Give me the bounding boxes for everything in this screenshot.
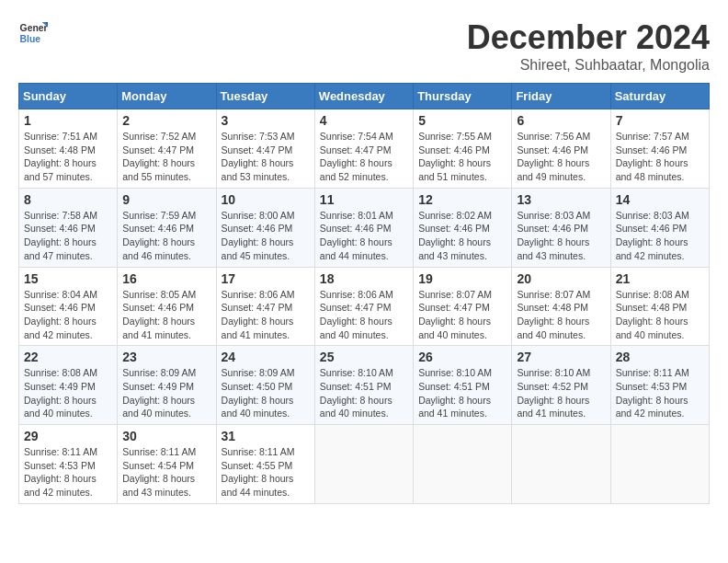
calendar-cell: 31Sunrise: 8:11 AMSunset: 4:55 PMDayligh… xyxy=(216,425,314,504)
calendar-cell: 16Sunrise: 8:05 AMSunset: 4:46 PMDayligh… xyxy=(118,267,216,346)
day-info: Sunrise: 7:53 AMSunset: 4:47 PMDaylight:… xyxy=(222,130,310,184)
day-number: 13 xyxy=(517,192,605,207)
calendar-cell: 26Sunrise: 8:10 AMSunset: 4:51 PMDayligh… xyxy=(414,346,512,425)
day-number: 5 xyxy=(418,113,506,128)
day-info: Sunrise: 7:57 AMSunset: 4:46 PMDaylight:… xyxy=(616,130,704,184)
calendar-cell: 13Sunrise: 8:03 AMSunset: 4:46 PMDayligh… xyxy=(512,188,610,267)
day-info: Sunrise: 8:06 AMSunset: 4:47 PMDaylight:… xyxy=(320,288,408,342)
day-info: Sunrise: 8:04 AMSunset: 4:46 PMDaylight:… xyxy=(24,288,112,342)
title-section: December 2024 Shireet, Suhbaatar, Mongol… xyxy=(467,18,710,74)
calendar-cell: 19Sunrise: 8:07 AMSunset: 4:47 PMDayligh… xyxy=(414,267,512,346)
calendar-cell: 3Sunrise: 7:53 AMSunset: 4:47 PMDaylight… xyxy=(216,109,314,189)
day-number: 23 xyxy=(122,350,210,364)
calendar-cell xyxy=(512,425,610,504)
calendar-cell: 12Sunrise: 8:02 AMSunset: 4:46 PMDayligh… xyxy=(414,188,512,267)
weekday-header-monday: Monday xyxy=(118,84,216,109)
page-header: General Blue December 2024 Shireet, Suhb… xyxy=(18,18,710,74)
day-info: Sunrise: 8:08 AMSunset: 4:48 PMDaylight:… xyxy=(616,288,704,342)
day-info: Sunrise: 7:58 AMSunset: 4:46 PMDaylight:… xyxy=(24,209,112,263)
day-number: 3 xyxy=(222,113,310,128)
day-number: 14 xyxy=(616,192,704,207)
calendar-cell xyxy=(414,425,512,504)
calendar-cell: 6Sunrise: 7:56 AMSunset: 4:46 PMDaylight… xyxy=(512,109,610,189)
day-info: Sunrise: 8:05 AMSunset: 4:46 PMDaylight:… xyxy=(122,288,210,342)
calendar-table: SundayMondayTuesdayWednesdayThursdayFrid… xyxy=(18,83,710,504)
day-info: Sunrise: 8:03 AMSunset: 4:46 PMDaylight:… xyxy=(517,209,605,263)
weekday-header-wednesday: Wednesday xyxy=(314,84,413,109)
day-info: Sunrise: 7:52 AMSunset: 4:47 PMDaylight:… xyxy=(122,130,210,184)
logo: General Blue xyxy=(18,18,48,48)
day-number: 9 xyxy=(122,192,210,207)
calendar-cell: 9Sunrise: 7:59 AMSunset: 4:46 PMDaylight… xyxy=(118,188,216,267)
weekday-header-saturday: Saturday xyxy=(610,84,709,109)
calendar-week-row: 22Sunrise: 8:08 AMSunset: 4:49 PMDayligh… xyxy=(19,346,710,425)
day-info: Sunrise: 8:10 AMSunset: 4:51 PMDaylight:… xyxy=(418,366,506,420)
calendar-cell: 23Sunrise: 8:09 AMSunset: 4:49 PMDayligh… xyxy=(118,346,216,425)
day-info: Sunrise: 8:08 AMSunset: 4:49 PMDaylight:… xyxy=(24,366,112,420)
day-info: Sunrise: 8:06 AMSunset: 4:47 PMDaylight:… xyxy=(222,288,310,342)
day-number: 21 xyxy=(616,271,704,286)
day-number: 31 xyxy=(222,429,310,443)
svg-text:Blue: Blue xyxy=(20,34,41,44)
day-number: 27 xyxy=(517,350,605,364)
calendar-cell: 8Sunrise: 7:58 AMSunset: 4:46 PMDaylight… xyxy=(19,188,118,267)
day-number: 15 xyxy=(24,271,112,286)
calendar-cell: 22Sunrise: 8:08 AMSunset: 4:49 PMDayligh… xyxy=(19,346,118,425)
calendar-cell: 29Sunrise: 8:11 AMSunset: 4:53 PMDayligh… xyxy=(19,425,118,504)
day-info: Sunrise: 7:55 AMSunset: 4:46 PMDaylight:… xyxy=(418,130,506,184)
day-number: 28 xyxy=(616,350,704,364)
day-number: 20 xyxy=(517,271,605,286)
day-number: 11 xyxy=(320,192,408,207)
calendar-cell: 18Sunrise: 8:06 AMSunset: 4:47 PMDayligh… xyxy=(314,267,413,346)
calendar-week-row: 1Sunrise: 7:51 AMSunset: 4:48 PMDaylight… xyxy=(19,109,710,189)
calendar-cell: 1Sunrise: 7:51 AMSunset: 4:48 PMDaylight… xyxy=(19,109,118,189)
day-info: Sunrise: 8:09 AMSunset: 4:50 PMDaylight:… xyxy=(222,366,310,420)
day-number: 29 xyxy=(24,429,112,443)
logo-icon: General Blue xyxy=(18,18,48,48)
day-number: 25 xyxy=(320,350,408,364)
day-info: Sunrise: 7:59 AMSunset: 4:46 PMDaylight:… xyxy=(122,209,210,263)
calendar-cell: 20Sunrise: 8:07 AMSunset: 4:48 PMDayligh… xyxy=(512,267,610,346)
day-info: Sunrise: 7:51 AMSunset: 4:48 PMDaylight:… xyxy=(24,130,112,184)
calendar-cell: 4Sunrise: 7:54 AMSunset: 4:47 PMDaylight… xyxy=(314,109,413,189)
day-number: 26 xyxy=(418,350,506,364)
calendar-header: SundayMondayTuesdayWednesdayThursdayFrid… xyxy=(19,84,710,109)
calendar-week-row: 15Sunrise: 8:04 AMSunset: 4:46 PMDayligh… xyxy=(19,267,710,346)
calendar-cell: 11Sunrise: 8:01 AMSunset: 4:46 PMDayligh… xyxy=(314,188,413,267)
day-info: Sunrise: 8:02 AMSunset: 4:46 PMDaylight:… xyxy=(418,209,506,263)
svg-text:General: General xyxy=(20,23,48,33)
weekday-header-row: SundayMondayTuesdayWednesdayThursdayFrid… xyxy=(19,84,710,109)
calendar-cell: 24Sunrise: 8:09 AMSunset: 4:50 PMDayligh… xyxy=(216,346,314,425)
day-info: Sunrise: 8:11 AMSunset: 4:55 PMDaylight:… xyxy=(222,445,310,500)
calendar-cell: 15Sunrise: 8:04 AMSunset: 4:46 PMDayligh… xyxy=(19,267,118,346)
day-number: 16 xyxy=(122,271,210,286)
month-title: December 2024 xyxy=(467,18,710,57)
calendar-body: 1Sunrise: 7:51 AMSunset: 4:48 PMDaylight… xyxy=(19,109,710,504)
day-info: Sunrise: 8:07 AMSunset: 4:47 PMDaylight:… xyxy=(418,288,506,342)
day-number: 4 xyxy=(320,113,408,128)
day-number: 22 xyxy=(24,350,112,364)
day-info: Sunrise: 8:10 AMSunset: 4:52 PMDaylight:… xyxy=(517,366,605,420)
weekday-header-friday: Friday xyxy=(512,84,610,109)
day-number: 12 xyxy=(418,192,506,207)
day-info: Sunrise: 8:11 AMSunset: 4:54 PMDaylight:… xyxy=(122,445,210,500)
day-number: 7 xyxy=(616,113,704,128)
day-info: Sunrise: 8:10 AMSunset: 4:51 PMDaylight:… xyxy=(320,366,408,420)
day-info: Sunrise: 8:11 AMSunset: 4:53 PMDaylight:… xyxy=(24,445,112,500)
day-number: 6 xyxy=(517,113,605,128)
calendar-cell: 17Sunrise: 8:06 AMSunset: 4:47 PMDayligh… xyxy=(216,267,314,346)
day-number: 2 xyxy=(122,113,210,128)
calendar-cell: 25Sunrise: 8:10 AMSunset: 4:51 PMDayligh… xyxy=(314,346,413,425)
calendar-cell xyxy=(314,425,413,504)
day-number: 30 xyxy=(122,429,210,443)
day-info: Sunrise: 8:11 AMSunset: 4:53 PMDaylight:… xyxy=(616,366,704,420)
calendar-cell: 7Sunrise: 7:57 AMSunset: 4:46 PMDaylight… xyxy=(610,109,709,189)
calendar-cell: 2Sunrise: 7:52 AMSunset: 4:47 PMDaylight… xyxy=(118,109,216,189)
day-number: 18 xyxy=(320,271,408,286)
day-info: Sunrise: 7:54 AMSunset: 4:47 PMDaylight:… xyxy=(320,130,408,184)
day-number: 17 xyxy=(222,271,310,286)
day-info: Sunrise: 8:00 AMSunset: 4:46 PMDaylight:… xyxy=(222,209,310,263)
day-info: Sunrise: 8:01 AMSunset: 4:46 PMDaylight:… xyxy=(320,209,408,263)
day-info: Sunrise: 7:56 AMSunset: 4:46 PMDaylight:… xyxy=(517,130,605,184)
calendar-cell: 14Sunrise: 8:03 AMSunset: 4:46 PMDayligh… xyxy=(610,188,709,267)
